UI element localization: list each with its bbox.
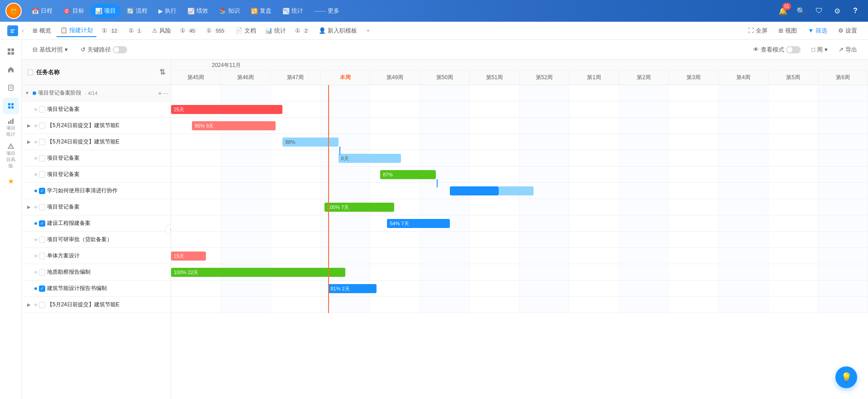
week-selector[interactable]: □ 周 ▾ [808, 44, 831, 56]
gantt-cell [370, 280, 420, 296]
tab-12[interactable]: ① 12 [98, 25, 123, 36]
gantt-cell [719, 248, 768, 264]
sidebar-project-risk[interactable]: 项目 目风 险 [3, 141, 19, 171]
gantt-cell [569, 280, 619, 296]
baseline-button[interactable]: ⊟ 基线对照 ▾ [29, 44, 72, 56]
gantt-cell [569, 150, 619, 166]
gantt-cell [520, 232, 569, 247]
task-checkbox-12[interactable]: ✓ [39, 285, 45, 292]
gantt-bar[interactable]: 100% 22天 [171, 268, 345, 277]
fullscreen-button[interactable]: ⛶ 全屏 [744, 25, 771, 37]
help-button[interactable]: ? [848, 4, 863, 18]
gantt-bar[interactable]: 54% 7天 [387, 219, 450, 228]
add-tab-button[interactable]: + [362, 25, 373, 36]
week-cell: 第46周 [221, 71, 271, 85]
search-button[interactable]: 🔍 [794, 4, 808, 18]
gantt-bar[interactable] [450, 186, 499, 195]
nav-stats[interactable]: 📉 统计 [278, 4, 308, 18]
export-button[interactable]: ↗ 导出 [835, 44, 861, 56]
view-mode-toggle[interactable] [786, 46, 801, 53]
tab-2[interactable]: ① 2 [291, 25, 313, 36]
task-checkbox-1[interactable] [39, 106, 45, 113]
gantt-bar[interactable]: 95% 9天 [192, 121, 276, 130]
expand-btn[interactable]: ▶ [25, 138, 33, 146]
group-more-button[interactable]: ··· [163, 90, 169, 97]
fab-button[interactable]: 💡 [835, 366, 857, 388]
nav-goal[interactable]: 🎯 目标 [59, 4, 89, 18]
task-checkbox-7[interactable] [39, 204, 45, 210]
tab-onboard[interactable]: 👤 新入职模板 [315, 25, 361, 37]
settings-button[interactable]: ⚙ [830, 4, 844, 18]
nav-more[interactable]: ⋯⋯ 更多 [310, 4, 344, 18]
task-checkbox-5[interactable] [39, 171, 45, 178]
critical-path-button[interactable]: ↺ 关键路径 [77, 44, 131, 56]
notification-button[interactable]: 🔔 55 [776, 4, 790, 18]
gantt-bar[interactable]: 15天 [171, 252, 206, 261]
nav-schedule[interactable]: 📅 日程 [27, 4, 57, 18]
gantt-bar[interactable]: 25天 [171, 105, 282, 114]
nav-performance[interactable]: 📈 绩效 [183, 4, 213, 18]
task-checkbox-13[interactable] [39, 302, 45, 308]
sidebar-project-icon[interactable] [3, 98, 19, 114]
gantt-cell [171, 215, 221, 231]
nav-flow[interactable]: 🔄 流程 [122, 4, 152, 18]
task-checkbox-3[interactable] [39, 139, 45, 145]
task-checkbox-6[interactable]: ✓ [39, 188, 45, 194]
tab-1[interactable]: ① 1 [125, 25, 147, 36]
nav-knowledge[interactable]: 📚 知识 [215, 4, 244, 18]
gantt-cell [768, 297, 818, 313]
gantt-bar[interactable]: 100% 7天 [324, 203, 394, 212]
gantt-cell [669, 264, 719, 280]
sidebar-doc-icon[interactable] [3, 80, 19, 96]
tab-report-plan[interactable]: 📋 报建计划 [57, 24, 96, 37]
gantt-bar[interactable]: 8天 [339, 154, 401, 163]
goal-icon: 🎯 [63, 8, 71, 14]
task-checkbox-4[interactable] [39, 155, 45, 162]
gantt-bar[interactable]: 81% 2天 [328, 284, 377, 293]
view-button[interactable]: ⊞ 视图 [775, 25, 801, 37]
nav-exec[interactable]: ▶ 执行 [154, 4, 181, 18]
filter-button[interactable]: ▼ 筛选 [804, 25, 831, 37]
gantt-bar-secondary[interactable] [499, 186, 534, 195]
expand-btn[interactable]: ▶ [25, 204, 33, 211]
tab-risk[interactable]: ⚠ 风险 [148, 25, 175, 37]
sidebar-grid-icon[interactable] [3, 43, 19, 60]
shield-button[interactable]: 🛡 [812, 4, 826, 18]
gantt-cell [619, 166, 669, 182]
gantt-cell [171, 280, 221, 296]
tab-overview[interactable]: ⊞ 概览 [29, 25, 55, 37]
task-checkbox-11[interactable] [39, 269, 45, 276]
group-add-button[interactable]: + [158, 90, 162, 97]
gantt-cell [520, 297, 569, 313]
view-mode-button[interactable]: 👁 查看模式 [749, 44, 804, 56]
gantt-row [171, 85, 868, 101]
sort-icon[interactable]: ⇅ [159, 68, 165, 76]
tab-555[interactable]: ① 555 [203, 25, 230, 36]
gantt-cell [768, 264, 818, 280]
nav-review[interactable]: 🔁 复盘 [246, 4, 276, 18]
tab-statistics[interactable]: 📊 统计 [262, 25, 290, 37]
gantt-bar[interactable]: 88% [282, 138, 338, 147]
sidebar-home-icon[interactable] [3, 62, 19, 78]
nav-project[interactable]: 📊 项目 [91, 4, 120, 18]
settings2-button[interactable]: ⚙ 设置 [835, 25, 861, 37]
tab-docs[interactable]: 📄 文档 [232, 25, 260, 37]
gantt-bar[interactable]: 87% [380, 170, 436, 179]
sidebar-star-icon[interactable]: ★ [3, 173, 19, 189]
app-logo[interactable]: 🐱 [5, 3, 22, 19]
critical-path-toggle[interactable] [113, 46, 127, 53]
gantt-cell [768, 215, 818, 231]
task-checkbox-8[interactable]: ✓ [39, 220, 45, 227]
group-expand-btn[interactable]: ▼ [24, 90, 31, 97]
sidebar-project-stats[interactable]: 项目 统计 [3, 116, 19, 139]
gantt-row [171, 232, 868, 248]
task-checkbox-2[interactable] [39, 123, 45, 129]
tab-45[interactable]: ① 45 [176, 25, 201, 36]
svg-rect-17 [12, 119, 14, 124]
task-checkbox-9[interactable] [39, 237, 45, 243]
task-checkbox-10[interactable] [39, 253, 45, 259]
gantt-chart[interactable]: 2024年11月 第45周第46周第47周本周第49周第50周第51周第52周第… [171, 60, 868, 399]
calendar-icon: □ [811, 46, 815, 53]
expand-btn[interactable]: ▶ [25, 301, 33, 309]
expand-btn[interactable]: ▶ [25, 122, 33, 129]
